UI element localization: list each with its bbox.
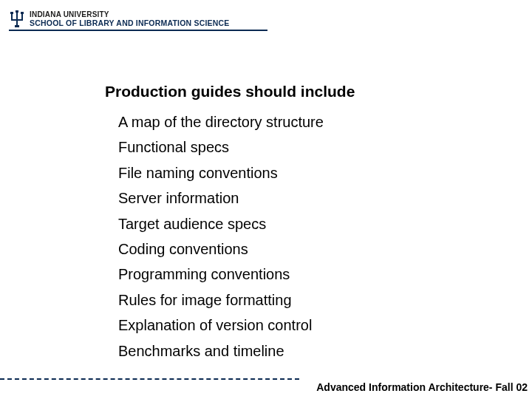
svg-rect-6 — [11, 19, 23, 21]
content-block: Production guides should include A map o… — [105, 83, 430, 364]
list-item: Coding conventions — [118, 236, 430, 262]
brand-line-2: SCHOOL OF LIBRARY AND INFORMATION SCIENC… — [30, 19, 230, 27]
content-heading: Production guides should include — [105, 83, 430, 100]
list-item: Programming conventions — [118, 262, 430, 287]
footer-rule — [0, 378, 299, 380]
svg-rect-7 — [15, 25, 19, 27]
footer-text: Advanced Information Architecture- Fall … — [316, 381, 528, 393]
svg-rect-0 — [10, 12, 13, 14]
brand-block: INDIANA UNIVERSITY SCHOOL OF LIBRARY AND… — [9, 10, 230, 29]
slide: INDIANA UNIVERSITY SCHOOL OF LIBRARY AND… — [0, 0, 532, 399]
list-item: Target audience specs — [118, 211, 430, 236]
svg-rect-4 — [16, 13, 18, 25]
list-item: Explanation of version control — [118, 313, 430, 338]
svg-rect-2 — [21, 12, 24, 14]
list-item: Functional specs — [118, 134, 430, 160]
list-item: File naming conventions — [118, 160, 430, 185]
trident-icon — [9, 10, 25, 29]
list-item: A map of the directory structure — [118, 109, 430, 134]
list-item: Benchmarks and timeline — [118, 338, 430, 364]
brand-text: INDIANA UNIVERSITY SCHOOL OF LIBRARY AND… — [30, 11, 230, 27]
list-item: Server information — [118, 185, 430, 211]
svg-rect-1 — [16, 10, 18, 13]
list-item: Rules for image formatting — [118, 287, 430, 313]
brand-underline — [9, 30, 267, 31]
